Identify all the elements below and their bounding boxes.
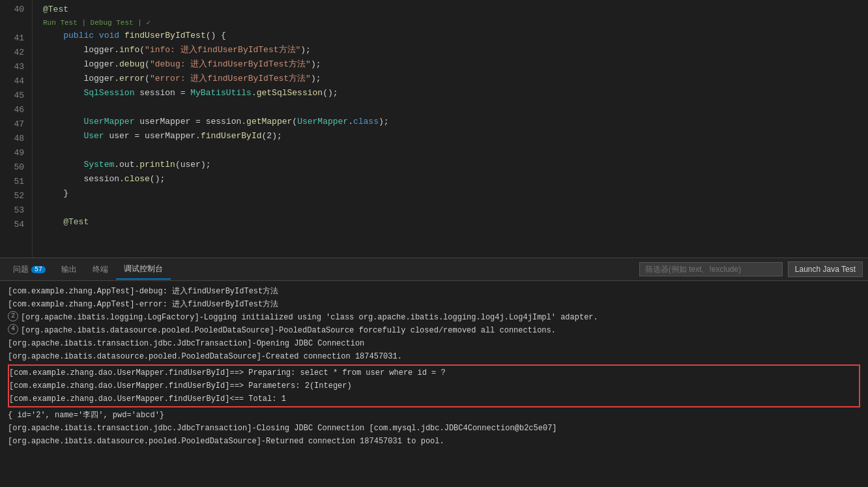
tab-problems-label: 问题: [13, 264, 29, 275]
code-line-40: @Test: [43, 3, 868, 17]
code-line-48: User user = userMapper.findUserById(2);: [43, 129, 868, 143]
tab-output-label: 输出: [61, 264, 77, 275]
code-content: @Test Run Test | Debug Test | ✓ public v…: [33, 0, 868, 258]
filter-box: Launch Java Test: [639, 261, 863, 277]
code-line-42: logger.info("info: 进入findUserByIdTest方法"…: [43, 43, 868, 57]
editor-area: 40 41 42 43 44 45 46 47 48 49 50 51 52 5…: [0, 0, 868, 258]
code-line-53: [43, 201, 868, 215]
highlighted-line-1: [com.example.zhang.dao.UserMapper.findUs…: [9, 366, 859, 379]
highlighted-block: [com.example.zhang.dao.UserMapper.findUs…: [8, 364, 860, 407]
console-after-2: [org.apache.ibatis.transaction.jdbc.Jdbc…: [8, 422, 860, 435]
code-line-51: session.close();: [43, 172, 868, 186]
bottom-panel: 问题 57 输出 终端 调试控制台 Launch Java Test [com.…: [0, 258, 868, 487]
code-line-46: [43, 100, 868, 115]
tab-output[interactable]: 输出: [53, 260, 85, 279]
console-line-5: [org.apache.ibatis.transaction.jdbc.Jdbc…: [8, 337, 860, 350]
highlighted-line-3: [com.example.zhang.dao.UserMapper.findUs…: [9, 392, 859, 406]
code-line-43: logger.debug("debug: 进入findUserByIdTest方…: [43, 57, 868, 72]
code-line-44: logger.error("error: 进入findUserByIdTest方…: [43, 72, 868, 86]
badge-2: 2: [8, 311, 18, 321]
tab-problems[interactable]: 问题 57: [5, 260, 53, 279]
code-line-50: System.out.println(user);: [43, 158, 868, 172]
console-output[interactable]: [com.example.zhang.AppTest]-debug: 进入fin…: [0, 281, 868, 487]
code-line-52: }: [43, 186, 868, 201]
tab-debug-console[interactable]: 调试控制台: [116, 259, 171, 280]
console-line-2: [com.example.zhang.AppTest]-error: 进入fin…: [8, 298, 860, 311]
line-numbers: 40 41 42 43 44 45 46 47 48 49 50 51 52 5…: [0, 0, 33, 258]
badge-4: 4: [8, 324, 18, 334]
run-debug-bar[interactable]: Run Test | Debug Test | ✓: [43, 17, 868, 29]
tab-debug-console-label: 调试控制台: [124, 263, 163, 274]
code-line-47: UserMapper userMapper = session.getMappe…: [43, 115, 868, 129]
launch-java-test-button[interactable]: Launch Java Test: [788, 261, 863, 277]
console-after-3: [org.apache.ibatis.datasource.pooled.Poo…: [8, 435, 860, 448]
code-line-41: public void findUserByIdTest() {: [43, 29, 868, 43]
console-after-1: { id='2', name='李四', pwd='abcd'}: [8, 409, 860, 422]
console-row-4: 4 [org.apache.ibatis.datasource.pooled.P…: [8, 324, 860, 337]
code-line-49: [43, 143, 868, 158]
tab-terminal[interactable]: 终端: [85, 260, 116, 279]
panel-tabs: 问题 57 输出 终端 调试控制台 Launch Java Test: [0, 258, 868, 281]
console-line-4: [org.apache.ibatis.datasource.pooled.Poo…: [21, 324, 556, 337]
code-line-54: @Test: [43, 215, 868, 229]
filter-input[interactable]: [639, 262, 783, 276]
tab-terminal-label: 终端: [93, 264, 108, 275]
console-line-1: [com.example.zhang.AppTest]-debug: 进入fin…: [8, 285, 860, 298]
highlighted-line-2: [com.example.zhang.dao.UserMapper.findUs…: [9, 379, 859, 392]
code-line-45: SqlSession session = MyBatisUtils.getSql…: [43, 86, 868, 100]
tab-problems-badge: 57: [31, 266, 46, 273]
console-line-6: [org.apache.ibatis.datasource.pooled.Poo…: [8, 350, 860, 363]
console-line-3: [org.apache.ibatis.logging.LogFactory]-L…: [21, 311, 598, 324]
console-row-3: 2 [org.apache.ibatis.logging.LogFactory]…: [8, 311, 860, 324]
